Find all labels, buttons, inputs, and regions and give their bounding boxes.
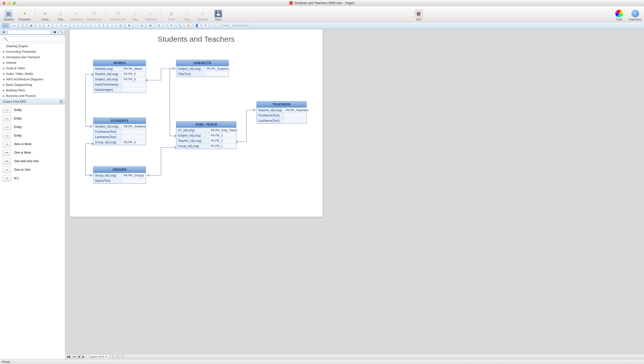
entity-row: Subject_Id(Long)FK:FR_3: [176, 133, 236, 138]
connector-tool-2[interactable]: ↴: [45, 23, 52, 28]
sidebar-category[interactable]: ▶Aerospace and Transport: [0, 54, 65, 60]
page-first-button[interactable]: ⏮: [72, 355, 76, 358]
view-mode-2[interactable]: ▯: [115, 355, 120, 358]
entity-students[interactable]: STUDENTSStudent_Id(Long)PK:PK_StudentsFi…: [93, 117, 146, 145]
zoom-fit-button[interactable]: ⟳: [168, 23, 175, 28]
connector-tool-1[interactable]: ↳: [36, 23, 43, 28]
zoom-window-button[interactable]: [13, 2, 16, 5]
page-next-button[interactable]: ▶: [81, 355, 85, 358]
sidebar-shape[interactable]: ▭Entity: [0, 131, 65, 140]
pointer-tool-button[interactable]: ▭↖: [2, 23, 9, 28]
shape-thumbnail: ▭: [3, 132, 11, 139]
curve-tool-1[interactable]: ⟆: [100, 23, 107, 28]
canvas-scroll[interactable]: Students and Teachers MARKSMarkId(Long)P…: [65, 29, 644, 354]
grid-button[interactable]: ▦Grid: [413, 10, 425, 21]
view-mode-1[interactable]: ▯: [110, 355, 115, 358]
sidebar-shape[interactable]: ⊶One and only One: [0, 157, 65, 165]
sidebar-shape[interactable]: ⊸Zero or More: [0, 140, 65, 148]
eyedropper-button[interactable]: 👤: [193, 23, 200, 28]
sidebar-category[interactable]: ▶Accounting Flowcharts: [0, 49, 65, 54]
sidebar-shape[interactable]: ⊸Zero or One: [0, 165, 65, 174]
grid-view-toggle[interactable]: ▦: [52, 30, 58, 34]
canvas-footer: ▮▮ ⏮ ◀ ▶ Custom 61%▾ ▯ ▯ ▯: [65, 354, 644, 359]
chain-button[interactable]: ⚭Chain: [39, 10, 51, 21]
text-tool-button[interactable]: ▤: [28, 23, 35, 28]
window-title: Students and Teachers ERD.cdd – Page1: [294, 1, 355, 5]
close-window-button[interactable]: [3, 2, 6, 5]
sidebar-category[interactable]: ▶Building Plans: [0, 88, 65, 93]
sidebar-category[interactable]: ▶Artwork: [0, 60, 65, 66]
diagram-canvas[interactable]: MARKSMarkId(Long)PK:PK_MarksStudent_Id(L…: [76, 48, 317, 209]
snap-tool-3[interactable]: ⊡: [155, 23, 162, 28]
entity-header: SUBJ_TEACH: [176, 122, 236, 128]
shape-thumbnail: ▭: [3, 115, 11, 122]
library-view-toggle[interactable]: ▤: [1, 30, 7, 34]
entity-row: MarkId(Long)PK:PK_Marks: [93, 66, 146, 71]
connector-tool-4[interactable]: ↝: [62, 23, 69, 28]
snap-tool-1[interactable]: ⊟: [138, 23, 145, 28]
delete-link-button[interactable]: ✂Delete link: [70, 10, 83, 21]
sidebar-shape[interactable]: ▭Entity: [0, 114, 65, 123]
rotate-flip-button[interactable]: ⟲Rotate & Flip: [110, 10, 126, 21]
tree-button[interactable]: ⊥Tree: [55, 10, 67, 21]
sidebar-shape[interactable]: ⊸M:1: [0, 174, 65, 183]
sidebar-search-input[interactable]: [3, 37, 63, 42]
line-tool-1[interactable]: ╲: [83, 23, 90, 28]
sidebar-shape[interactable]: ▭Entity: [0, 106, 65, 114]
hand-tool-button[interactable]: ✋: [185, 23, 192, 28]
edit-tool-button[interactable]: ✎: [202, 23, 209, 28]
ellipse-tool-button[interactable]: ◯: [19, 23, 26, 28]
entity-teachers[interactable]: TEACHERSTeacher_Id(Long)PK:PK_TeachersFi…: [256, 101, 307, 124]
sidebar-top-input[interactable]: [8, 30, 51, 34]
back-button[interactable]: ▢Back: [181, 10, 193, 21]
sidebar-shape[interactable]: ⊷One or More: [0, 148, 65, 157]
libraries-button[interactable]: ▤Libraries: [3, 10, 15, 21]
entity-subjects[interactable]: SUBJECTSSubject_Id(Long)PK:PK_SubjectsTi…: [176, 60, 229, 77]
minimize-window-button[interactable]: [8, 2, 11, 5]
inspectors-button[interactable]: iInspectors: [629, 10, 641, 21]
entity-groups[interactable]: GROUPSGroup_Id(Long)PK:PK_GroupsName(Tex…: [93, 166, 146, 184]
line-tool-2[interactable]: ⤡: [91, 23, 98, 28]
zoom-in-button[interactable]: +: [250, 23, 255, 28]
zoom-control: − +: [216, 23, 255, 28]
sidebar-shape[interactable]: ▭Entity: [0, 123, 65, 131]
snap-tool-2[interactable]: ⊠: [147, 23, 154, 28]
sidebar-active-library[interactable]: Crow's Foot ERD ×: [0, 99, 65, 105]
connector-tool-5[interactable]: ⤳: [70, 23, 77, 28]
entity-marks[interactable]: MARKSMarkId(Long)PK:PK_MarksStudent_Id(L…: [93, 60, 146, 93]
connector-tool-3[interactable]: ⤷: [53, 23, 60, 28]
sidebar-category[interactable]: ▶Business and Finance: [0, 93, 65, 99]
templates-button[interactable]: ✦Templates: [18, 10, 31, 21]
expand-triangle-icon: ▶: [3, 67, 5, 70]
align-button[interactable]: ≡Align: [130, 10, 142, 21]
sidebar-category[interactable]: ▶Audio & Video: [0, 66, 65, 71]
reverse-link-button[interactable]: ⇄Reverse link: [87, 10, 102, 21]
front-button[interactable]: ▣Front: [166, 10, 178, 21]
zoom-out-button[interactable]: −: [216, 23, 221, 28]
page-prev-button[interactable]: ◀: [77, 355, 81, 358]
rect-tool-button[interactable]: ▭: [11, 23, 18, 28]
search-icon: 🔍: [4, 37, 8, 41]
path-tool-1[interactable]: ⊡: [117, 23, 124, 28]
entity-subj_teach[interactable]: SUBJ_TEACHST_Id(Long)PK:PK_Subj_TeachSub…: [176, 121, 236, 149]
curve-tool-2[interactable]: ∿: [109, 23, 116, 28]
path-tool-2[interactable]: ⊞: [126, 23, 133, 28]
view-mode-3[interactable]: ▯: [120, 355, 125, 358]
status-text: Ready: [2, 360, 10, 363]
distribute-button[interactable]: ⇔Distribute: [145, 10, 157, 21]
save-icon: 💾: [214, 10, 222, 17]
sidebar-category[interactable]: ▶AWS Architecture Diagrams: [0, 77, 65, 82]
zoom-slider[interactable]: [223, 25, 248, 26]
save-button[interactable]: 💾Save: [212, 10, 224, 21]
identical-button[interactable]: ⧉Identical: [197, 10, 209, 21]
color-button[interactable]: Color: [613, 10, 625, 21]
sidebar-search-toggle[interactable]: 🔍: [59, 30, 64, 34]
close-library-icon[interactable]: ×: [60, 100, 63, 103]
zoom-tool-button[interactable]: 🔍: [176, 23, 183, 28]
zoom-dropdown[interactable]: Custom 61%▾: [87, 354, 109, 359]
sidebar-category[interactable]: ▶Audio, Video, Media: [0, 71, 65, 77]
pause-icon[interactable]: ▮▮: [67, 355, 71, 358]
entity-row: ST_Id(Long)PK:PK_Subj_Teach: [176, 128, 236, 133]
expand-triangle-icon: ▶: [3, 73, 5, 75]
sidebar-category[interactable]: ▶Basic Diagramming: [0, 82, 65, 88]
